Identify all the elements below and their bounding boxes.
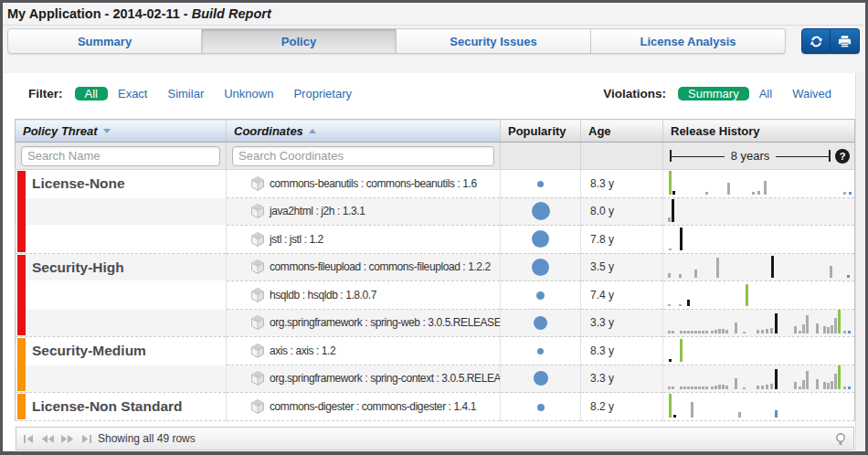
refresh-button[interactable] — [801, 28, 831, 54]
print-button[interactable] — [831, 28, 860, 54]
release-bar — [672, 191, 675, 195]
filter-option-proprietary[interactable]: Proprietary — [283, 87, 362, 101]
release-bar — [687, 331, 690, 333]
column-header-label: Popularity — [508, 124, 566, 138]
policy-threat-cell — [16, 309, 227, 337]
violations-option-waived[interactable]: Waived — [782, 87, 842, 101]
timeline-scale-label: 8 years — [663, 143, 837, 169]
component-row[interactable]: java2html : j2h : 1.3.18.0 y — [16, 197, 855, 226]
timeline-scale: 8 years ? — [663, 143, 854, 169]
release-bar — [683, 331, 686, 333]
violations-option-summary[interactable]: Summary — [678, 87, 749, 101]
release-bar — [705, 386, 708, 389]
column-header-age[interactable]: Age — [581, 120, 663, 143]
threat-level-bar — [17, 226, 26, 252]
help-icon[interactable]: ? — [835, 149, 850, 164]
component-row[interactable]: org.springframework : spring-context : 3… — [16, 365, 855, 393]
release-bar — [668, 331, 671, 333]
component-cube-icon — [250, 204, 265, 218]
release-bar — [775, 369, 778, 389]
coordinates-cell: jstl : jstl : 1.2 — [227, 226, 501, 254]
component-row[interactable]: hsqldb : hsqldb : 1.8.0.77.4 y — [16, 281, 855, 310]
column-header-release-history[interactable]: Release History — [663, 120, 855, 143]
coordinates-text: java2html : j2h : 1.3.1 — [270, 205, 365, 217]
component-row[interactable]: License-Non Standardcommons-digester : c… — [16, 393, 855, 421]
component-table: Policy ThreatCoordinatesPopularityAgeRel… — [15, 119, 855, 421]
release-bar — [680, 331, 683, 333]
release-bar — [691, 331, 693, 333]
column-header-label: Policy Threat — [23, 124, 98, 138]
release-bar — [702, 386, 704, 389]
release-bar — [680, 339, 683, 362]
popularity-cell — [501, 170, 581, 198]
policy-threat-cell: Security-High — [16, 253, 227, 281]
violations-option-all[interactable]: All — [749, 87, 782, 101]
tab-policy[interactable]: Policy — [202, 28, 397, 54]
coordinates-text: hsqldb : hsqldb : 1.8.0.7 — [270, 289, 376, 302]
column-header-policy-threat[interactable]: Policy Threat — [16, 120, 227, 143]
filter-option-unknown[interactable]: Unknown — [214, 87, 283, 101]
tab-group: SummaryPolicySecurity IssuesLicense Anal… — [7, 28, 786, 54]
popularity-dot — [532, 202, 550, 220]
threat-level-bar — [17, 281, 26, 310]
release-bar — [679, 304, 682, 306]
release-bar — [718, 385, 721, 389]
popularity-cell — [501, 393, 581, 421]
release-bar — [668, 386, 671, 389]
row-count-status: Showing all 49 rows — [98, 432, 196, 445]
coordinates-text: jstl : jstl : 1.2 — [270, 233, 323, 246]
tab-security-issues[interactable]: Security Issues — [397, 28, 591, 54]
first-page-button[interactable] — [19, 431, 38, 446]
next-page-button[interactable] — [58, 431, 77, 446]
last-page-button[interactable] — [77, 431, 96, 446]
release-bar — [711, 386, 714, 389]
filter-label: Filter: — [28, 87, 63, 101]
component-row[interactable]: License-Nonecommons-beanutils : commons-… — [16, 170, 855, 198]
popularity-dot — [532, 259, 549, 276]
tab-summary[interactable]: Summary — [7, 28, 202, 54]
filter-option-similar[interactable]: Similar — [157, 87, 214, 101]
timeline-scale-cell: 8 years ? — [663, 143, 855, 170]
tab-strip: SummaryPolicySecurity IssuesLicense Anal… — [3, 26, 865, 59]
age-cell: 8.3 y — [581, 337, 663, 365]
filter-bar: Filter: AllExactSimilarUnknownProprietar… — [4, 73, 855, 119]
release-bar — [752, 192, 755, 195]
release-bar — [680, 228, 683, 250]
component-row[interactable]: org.springframework : spring-web : 3.0.5… — [16, 309, 855, 337]
release-history-cell — [663, 337, 855, 365]
policy-threat-group-label: Security-High — [32, 254, 124, 281]
policy-threat-cell — [16, 197, 227, 226]
filter-option-all[interactable]: All — [75, 87, 108, 101]
popularity-dot — [537, 181, 544, 187]
component-row[interactable]: Security-Mediumaxis : axis : 1.28.3 y — [16, 337, 855, 365]
table-header-row: Policy ThreatCoordinatesPopularityAgeRel… — [16, 120, 855, 143]
table-search-row: 8 years ? — [16, 143, 855, 170]
popularity-dot — [536, 291, 545, 300]
release-bar — [770, 328, 773, 333]
previous-page-button[interactable] — [38, 431, 58, 446]
popularity-cell — [501, 226, 581, 254]
search-coordinates-input[interactable] — [232, 146, 494, 166]
column-header-coordinates[interactable]: Coordinates — [227, 120, 501, 143]
release-bar — [843, 386, 846, 389]
search-age-cell — [581, 143, 663, 170]
component-row[interactable]: Security-Highcommons-fileupload : common… — [16, 253, 855, 281]
policy-threat-cell: License-Non Standard — [16, 393, 227, 421]
release-bar — [843, 331, 846, 333]
column-header-popularity[interactable]: Popularity — [501, 120, 581, 143]
component-row[interactable]: jstl : jstl : 1.27.8 y — [16, 226, 855, 254]
threat-level-bar — [17, 365, 26, 392]
release-bar — [834, 374, 837, 389]
threat-level-bar — [17, 171, 26, 198]
release-bar — [761, 330, 764, 333]
popularity-cell — [501, 281, 581, 310]
scroll-gutter[interactable] — [855, 73, 865, 451]
release-bar — [680, 386, 683, 389]
release-bar — [669, 359, 672, 362]
release-bar — [668, 304, 671, 306]
search-name-input[interactable] — [21, 146, 220, 166]
lightbulb-icon[interactable] — [834, 432, 847, 450]
tab-license-analysis[interactable]: License Analysis — [591, 28, 786, 54]
release-bar — [725, 330, 728, 333]
filter-option-exact[interactable]: Exact — [108, 87, 158, 101]
